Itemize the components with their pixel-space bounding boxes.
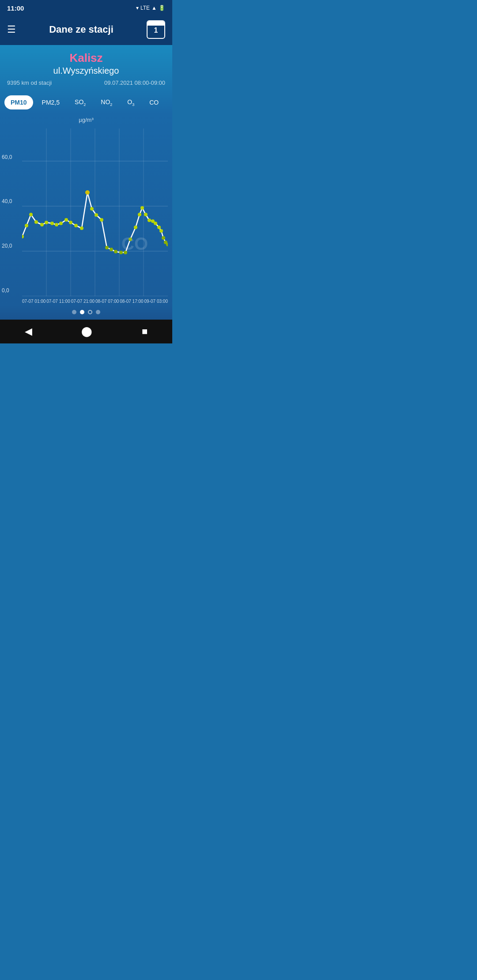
svg-point-15 <box>50 222 54 225</box>
svg-point-34 <box>140 206 144 210</box>
x-label-6: 09-07 03:00 <box>144 299 168 304</box>
y-label-20: 20,0 <box>2 243 12 249</box>
back-button[interactable]: ◀ <box>25 326 32 337</box>
svg-point-19 <box>69 221 72 224</box>
calendar-header <box>148 21 164 26</box>
chart-svg <box>22 128 168 296</box>
x-label-4: 08-07 07:00 <box>95 299 119 304</box>
tab-o3[interactable]: O3 <box>121 95 140 110</box>
tab-c6h6[interactable]: C6H6 <box>167 95 172 110</box>
svg-point-22 <box>85 190 90 195</box>
svg-point-39 <box>157 226 161 229</box>
svg-point-31 <box>129 237 132 241</box>
tab-so2[interactable]: SO2 <box>68 95 92 110</box>
y-label-60: 60,0 <box>2 154 12 160</box>
tab-pm10[interactable]: PM10 <box>4 95 33 109</box>
svg-point-36 <box>148 219 151 222</box>
home-button[interactable]: ⬤ <box>81 326 92 337</box>
svg-point-40 <box>159 229 163 233</box>
svg-point-14 <box>45 221 48 224</box>
lte-label: LTE <box>140 5 150 11</box>
chart-unit: µg/m³ <box>0 114 172 124</box>
page-dot-4[interactable] <box>96 310 100 314</box>
x-label-2: 07-07 11:00 <box>46 299 70 304</box>
svg-point-41 <box>162 236 165 240</box>
status-bar: 11:00 ▾ LTE ▲ 🔋 <box>0 0 172 16</box>
tab-pm25[interactable]: PM2,5 <box>36 95 66 109</box>
x-label-1: 07-07 01:00 <box>22 299 45 304</box>
x-label-5: 08-07 17:00 <box>120 299 143 304</box>
chart-wrapper: 0,0 20,0 40,0 60,0 <box>0 124 172 296</box>
tab-no2[interactable]: NO2 <box>95 95 118 110</box>
svg-point-17 <box>59 222 63 225</box>
x-label-3: 07-07 21:00 <box>71 299 95 304</box>
signal-icon: ▲ <box>151 5 157 11</box>
station-city: Kalisz <box>7 51 165 65</box>
svg-point-10 <box>25 224 28 227</box>
svg-point-26 <box>105 246 109 249</box>
y-label-0: 0,0 <box>2 287 9 294</box>
nav-bar: ◀ ⬤ ■ <box>0 320 172 343</box>
station-street: ul.Wyszyńskiego <box>7 66 165 76</box>
station-datetime: 09.07.2021 08:00-09:00 <box>104 79 165 86</box>
page-dot-1[interactable] <box>72 310 76 314</box>
svg-point-23 <box>90 207 94 211</box>
pagination-dots <box>0 305 172 320</box>
status-time: 11:00 <box>7 4 24 12</box>
station-distance: 9395 km od stacji <box>7 79 52 86</box>
calendar-number: 1 <box>154 26 158 34</box>
tab-co[interactable]: CO <box>143 95 165 109</box>
svg-point-28 <box>114 250 117 253</box>
svg-point-16 <box>55 223 58 226</box>
chart-container: µg/m³ 0,0 20,0 40,0 60,0 <box>0 114 172 305</box>
status-icons: ▾ LTE ▲ 🔋 <box>136 5 165 11</box>
recent-button[interactable]: ■ <box>142 326 148 337</box>
svg-point-29 <box>119 251 123 254</box>
page-dot-3[interactable] <box>88 310 92 314</box>
top-bar: ☰ Dane ze stacji 1 <box>0 16 172 45</box>
wifi-icon: ▾ <box>136 5 139 11</box>
svg-point-30 <box>124 251 127 254</box>
svg-point-21 <box>80 226 83 230</box>
battery-icon: 🔋 <box>159 5 165 11</box>
svg-point-18 <box>64 218 68 222</box>
svg-point-27 <box>110 248 113 251</box>
svg-point-25 <box>100 218 103 222</box>
station-meta: 9395 km od stacji 09.07.2021 08:00-09:00 <box>7 79 165 86</box>
station-info: Kalisz ul.Wyszyńskiego 9395 km od stacji… <box>0 45 172 90</box>
menu-button[interactable]: ☰ <box>7 24 16 35</box>
page-title: Dane ze stacji <box>49 24 114 35</box>
svg-point-20 <box>74 224 78 227</box>
svg-point-32 <box>134 226 137 229</box>
svg-point-38 <box>154 222 157 225</box>
x-axis: 07-07 01:00 07-07 11:00 07-07 21:00 08-0… <box>0 296 172 305</box>
svg-point-12 <box>34 220 38 224</box>
calendar-button[interactable]: 1 <box>147 20 165 39</box>
svg-point-9 <box>22 235 24 238</box>
svg-point-11 <box>29 213 33 216</box>
svg-point-33 <box>138 213 141 216</box>
page-dot-2[interactable] <box>80 310 84 314</box>
svg-point-24 <box>95 213 98 217</box>
svg-point-13 <box>40 223 44 226</box>
svg-point-35 <box>144 213 148 216</box>
y-label-40: 40,0 <box>2 198 12 204</box>
filter-tabs: PM10 PM2,5 SO2 NO2 O3 CO C6H6 <box>0 90 172 114</box>
